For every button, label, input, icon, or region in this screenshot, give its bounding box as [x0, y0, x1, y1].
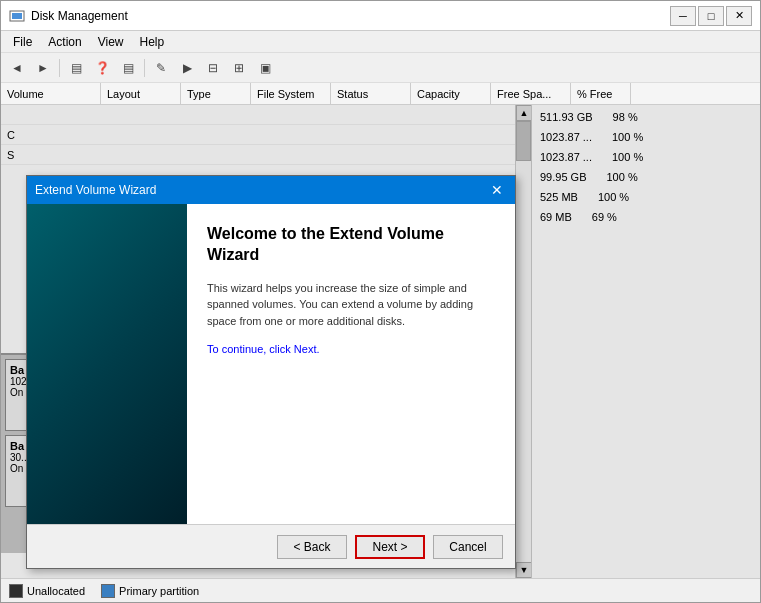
cancel-button[interactable]: Cancel [433, 535, 503, 559]
toolbar-btn-7[interactable]: ⊞ [227, 57, 251, 79]
window-title: Disk Management [31, 9, 670, 23]
wizard-body: Welcome to the Extend Volume Wizard This… [27, 204, 515, 524]
app-icon [9, 8, 25, 24]
col-capacity[interactable]: Capacity [411, 83, 491, 104]
svg-rect-1 [12, 13, 22, 19]
forward-button[interactable]: ► [31, 57, 55, 79]
close-button[interactable]: ✕ [726, 6, 752, 26]
minimize-button[interactable]: ─ [670, 6, 696, 26]
wizard-heading: Welcome to the Extend Volume Wizard [207, 224, 495, 266]
toolbar-btn-3[interactable]: ▤ [116, 57, 140, 79]
maximize-button[interactable]: □ [698, 6, 724, 26]
toolbar-btn-2[interactable]: ❓ [90, 57, 114, 79]
wizard-continue-text: To continue, click Next. [207, 341, 495, 358]
col-layout[interactable]: Layout [101, 83, 181, 104]
menu-help[interactable]: Help [132, 33, 173, 51]
wizard-next-link[interactable]: To continue, click Next. [207, 343, 320, 355]
main-content: C S [1, 105, 760, 578]
modal-overlay: Extend Volume Wizard ✕ Welcome to the Ex… [1, 105, 760, 578]
col-volume[interactable]: Volume [1, 83, 101, 104]
legend-unallocated-label: Unallocated [27, 585, 85, 597]
wizard-footer: < Back Next > Cancel [27, 524, 515, 568]
legend-unallocated-box [9, 584, 23, 598]
wizard-title: Extend Volume Wizard [35, 183, 487, 197]
main-window: Disk Management ─ □ ✕ File Action View H… [0, 0, 761, 603]
col-status[interactable]: Status [331, 83, 411, 104]
title-bar: Disk Management ─ □ ✕ [1, 1, 760, 31]
back-button[interactable]: ◄ [5, 57, 29, 79]
wizard-description: This wizard helps you increase the size … [207, 280, 495, 330]
toolbar-btn-4[interactable]: ✎ [149, 57, 173, 79]
col-filesystem[interactable]: File System [251, 83, 331, 104]
toolbar-btn-1[interactable]: ▤ [64, 57, 88, 79]
next-button[interactable]: Next > [355, 535, 425, 559]
wizard-close-button[interactable]: ✕ [487, 181, 507, 199]
legend-unallocated: Unallocated [9, 584, 85, 598]
col-freespace[interactable]: Free Spa... [491, 83, 571, 104]
col-type[interactable]: Type [181, 83, 251, 104]
menu-action[interactable]: Action [40, 33, 89, 51]
toolbar-separator-2 [144, 59, 145, 77]
back-button[interactable]: < Back [277, 535, 347, 559]
legend-primary-box [101, 584, 115, 598]
toolbar: ◄ ► ▤ ❓ ▤ ✎ ▶ ⊟ ⊞ ▣ [1, 53, 760, 83]
toolbar-separator-1 [59, 59, 60, 77]
menu-file[interactable]: File [5, 33, 40, 51]
toolbar-btn-5[interactable]: ▶ [175, 57, 199, 79]
window-controls: ─ □ ✕ [670, 6, 752, 26]
toolbar-btn-8[interactable]: ▣ [253, 57, 277, 79]
legend-primary-label: Primary partition [119, 585, 199, 597]
extend-volume-wizard: Extend Volume Wizard ✕ Welcome to the Ex… [26, 175, 516, 569]
legend-primary: Primary partition [101, 584, 199, 598]
toolbar-btn-6[interactable]: ⊟ [201, 57, 225, 79]
wizard-title-bar: Extend Volume Wizard ✕ [27, 176, 515, 204]
wizard-content: Welcome to the Extend Volume Wizard This… [187, 204, 515, 524]
menu-bar: File Action View Help [1, 31, 760, 53]
status-bar: Unallocated Primary partition [1, 578, 760, 602]
column-header: Volume Layout Type File System Status Ca… [1, 83, 760, 105]
col-freepct[interactable]: % Free [571, 83, 631, 104]
menu-view[interactable]: View [90, 33, 132, 51]
wizard-sidebar [27, 204, 187, 524]
